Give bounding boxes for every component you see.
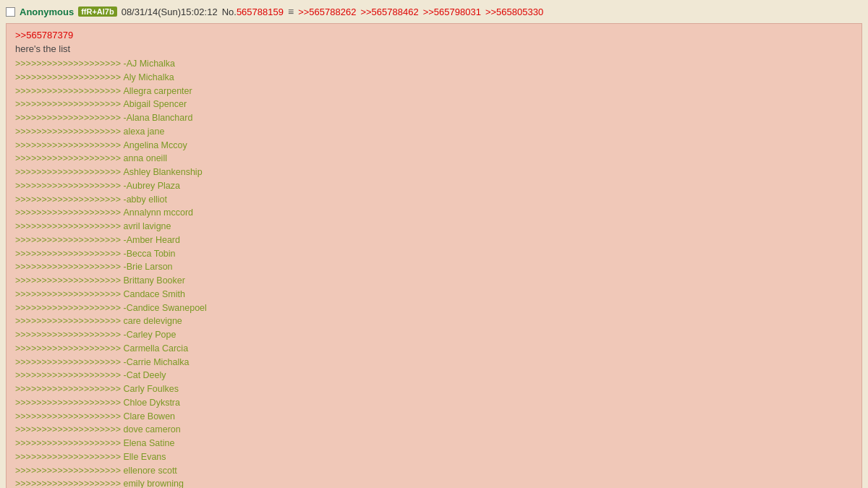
- celebrity-name: -Aubrey Plaza: [123, 179, 180, 193]
- list-arrows: >>>>>>>>>>>>>>>>>>>>: [15, 437, 123, 450]
- celebrity-name: -Brie Larson: [123, 260, 172, 274]
- post-number-label: No.565788159: [222, 7, 284, 17]
- list-item: >>>>>>>>>>>>>>>>>>>> -Aubrey Plaza: [15, 179, 853, 193]
- list-arrows: >>>>>>>>>>>>>>>>>>>>: [15, 206, 123, 220]
- quote-link[interactable]: >>565787379: [15, 30, 73, 40]
- celebrity-name: Candace Smith: [123, 288, 184, 301]
- list-arrows: >>>>>>>>>>>>>>>>>>>>: [15, 477, 123, 488]
- poster-name: Anonymous: [20, 7, 74, 17]
- list-arrows: >>>>>>>>>>>>>>>>>>>>: [15, 166, 123, 179]
- celebrity-name: -Carrie Michalka: [123, 356, 189, 369]
- celebrity-name: Chloe Dykstra: [123, 396, 180, 410]
- list-arrows: >>>>>>>>>>>>>>>>>>>>: [15, 356, 123, 369]
- celebrity-name: -Becca Tobin: [123, 247, 175, 261]
- celebrity-name: -AJ Michalka: [123, 57, 175, 71]
- list-item: >>>>>>>>>>>>>>>>>>>> ellenore scott: [15, 464, 853, 478]
- celebrity-name: Ashley Blankenship: [123, 166, 202, 179]
- celebrity-name: Aly Michalka: [123, 71, 174, 85]
- list-item: >>>>>>>>>>>>>>>>>>>> -Becca Tobin: [15, 247, 853, 261]
- celebrity-name: anna oneill: [123, 152, 166, 166]
- list-item: >>>>>>>>>>>>>>>>>>>> Elena Satine: [15, 437, 853, 450]
- list-item: >>>>>>>>>>>>>>>>>>>> Brittany Booker: [15, 274, 853, 288]
- celebrity-name: Annalynn mccord: [123, 206, 193, 220]
- list-arrows: >>>>>>>>>>>>>>>>>>>>: [15, 396, 123, 410]
- celebrity-name: care delevigne: [123, 314, 182, 328]
- list-arrows: >>>>>>>>>>>>>>>>>>>>: [15, 260, 123, 274]
- list-arrows: >>>>>>>>>>>>>>>>>>>>: [15, 71, 123, 85]
- celebrity-name: Allegra carpenter: [123, 85, 192, 98]
- list-arrows: >>>>>>>>>>>>>>>>>>>>: [15, 328, 123, 342]
- reply-link[interactable]: >>565805330: [485, 7, 543, 17]
- post-number-link[interactable]: 565788159: [237, 7, 284, 17]
- celebrity-name: Clare Bowen: [123, 410, 175, 424]
- list-arrows: >>>>>>>>>>>>>>>>>>>>: [15, 139, 123, 153]
- celebrity-name: -abby elliot: [123, 193, 166, 207]
- intro-text: here's the list: [15, 43, 853, 54]
- list-arrows: >>>>>>>>>>>>>>>>>>>>: [15, 152, 123, 166]
- list-arrows: >>>>>>>>>>>>>>>>>>>>: [15, 220, 123, 234]
- celebrity-name: Angelina Mccoy: [123, 139, 187, 153]
- list-arrows: >>>>>>>>>>>>>>>>>>>>: [15, 464, 123, 478]
- celebrity-name: avril lavigne: [123, 220, 171, 234]
- reply-links: >>565788262>>565788462>>565798031>>56580…: [298, 7, 543, 17]
- post-header: Anonymous ffR+Al7b 08/31/14(Sun)15:02:12…: [0, 3, 868, 20]
- celebrity-name: Carmella Carcia: [123, 342, 188, 356]
- list-arrows: >>>>>>>>>>>>>>>>>>>>: [15, 342, 123, 356]
- celebrity-name: -Amber Heard: [123, 234, 180, 247]
- list-item: >>>>>>>>>>>>>>>>>>>> Abigail Spencer: [15, 98, 853, 111]
- list-item: >>>>>>>>>>>>>>>>>>>> Carmella Carcia: [15, 342, 853, 356]
- list-item: >>>>>>>>>>>>>>>>>>>> Allegra carpenter: [15, 85, 853, 98]
- list-item: >>>>>>>>>>>>>>>>>>>> -AJ Michalka: [15, 57, 853, 71]
- list-arrows: >>>>>>>>>>>>>>>>>>>>: [15, 450, 123, 464]
- reply-link[interactable]: >>565788462: [360, 7, 418, 17]
- list-item: >>>>>>>>>>>>>>>>>>>> -Carley Pope: [15, 328, 853, 342]
- list-arrows: >>>>>>>>>>>>>>>>>>>>: [15, 314, 123, 328]
- celebrity-name: -Alana Blanchard: [123, 111, 192, 125]
- list-item: >>>>>>>>>>>>>>>>>>>> Annalynn mccord: [15, 206, 853, 220]
- list-arrows: >>>>>>>>>>>>>>>>>>>>: [15, 85, 123, 98]
- list-item: >>>>>>>>>>>>>>>>>>>> care delevigne: [15, 314, 853, 328]
- list-arrows: >>>>>>>>>>>>>>>>>>>>: [15, 423, 123, 437]
- list-arrows: >>>>>>>>>>>>>>>>>>>>: [15, 410, 123, 424]
- list-arrows: >>>>>>>>>>>>>>>>>>>>: [15, 57, 123, 71]
- menu-icon[interactable]: ≡: [288, 6, 294, 17]
- list-arrows: >>>>>>>>>>>>>>>>>>>>: [15, 369, 123, 382]
- list-arrows: >>>>>>>>>>>>>>>>>>>>: [15, 288, 123, 301]
- celebrity-name: dove cameron: [123, 423, 180, 437]
- post-checkbox[interactable]: [6, 7, 15, 17]
- list-item: >>>>>>>>>>>>>>>>>>>> Carly Foulkes: [15, 382, 853, 396]
- list-item: >>>>>>>>>>>>>>>>>>>> -Cat Deely: [15, 369, 853, 382]
- celebrity-name: Elena Satine: [123, 437, 174, 450]
- trip-code: ffR+Al7b: [78, 7, 117, 17]
- list-item: >>>>>>>>>>>>>>>>>>>> Aly Michalka: [15, 71, 853, 85]
- list-item: >>>>>>>>>>>>>>>>>>>> Chloe Dykstra: [15, 396, 853, 410]
- celebrity-name: Carly Foulkes: [123, 382, 178, 396]
- list-arrows: >>>>>>>>>>>>>>>>>>>>: [15, 98, 123, 111]
- list-item: >>>>>>>>>>>>>>>>>>>> -Alana Blanchard: [15, 111, 853, 125]
- reply-link[interactable]: >>565798031: [423, 7, 481, 17]
- list-arrows: >>>>>>>>>>>>>>>>>>>>: [15, 125, 123, 139]
- celebrity-name: Elle Evans: [123, 450, 166, 464]
- list-arrows: >>>>>>>>>>>>>>>>>>>>: [15, 247, 123, 261]
- celebrity-name: Brittany Booker: [123, 274, 184, 288]
- list-item: >>>>>>>>>>>>>>>>>>>> -abby elliot: [15, 193, 853, 207]
- celebrity-name: ellenore scott: [123, 464, 176, 478]
- name-list: >>>>>>>>>>>>>>>>>>>> -AJ Michalka>>>>>>>…: [15, 57, 853, 488]
- list-arrows: >>>>>>>>>>>>>>>>>>>>: [15, 179, 123, 193]
- celebrity-name: -Candice Swanepoel: [123, 301, 206, 315]
- celebrity-name: emily browning: [123, 477, 183, 488]
- list-arrows: >>>>>>>>>>>>>>>>>>>>: [15, 274, 123, 288]
- list-arrows: >>>>>>>>>>>>>>>>>>>>: [15, 193, 123, 207]
- list-item: >>>>>>>>>>>>>>>>>>>> Elle Evans: [15, 450, 853, 464]
- list-arrows: >>>>>>>>>>>>>>>>>>>>: [15, 111, 123, 125]
- list-arrows: >>>>>>>>>>>>>>>>>>>>: [15, 234, 123, 247]
- celebrity-name: alexa jane: [123, 125, 164, 139]
- list-item: >>>>>>>>>>>>>>>>>>>> Ashley Blankenship: [15, 166, 853, 179]
- list-arrows: >>>>>>>>>>>>>>>>>>>>: [15, 301, 123, 315]
- list-item: >>>>>>>>>>>>>>>>>>>> alexa jane: [15, 125, 853, 139]
- reply-link[interactable]: >>565788262: [298, 7, 356, 17]
- no-label: No.: [222, 7, 237, 17]
- list-item: >>>>>>>>>>>>>>>>>>>> emily browning: [15, 477, 853, 488]
- post-time: 08/31/14(Sun)15:02:12: [122, 7, 218, 17]
- list-item: >>>>>>>>>>>>>>>>>>>> anna oneill: [15, 152, 853, 166]
